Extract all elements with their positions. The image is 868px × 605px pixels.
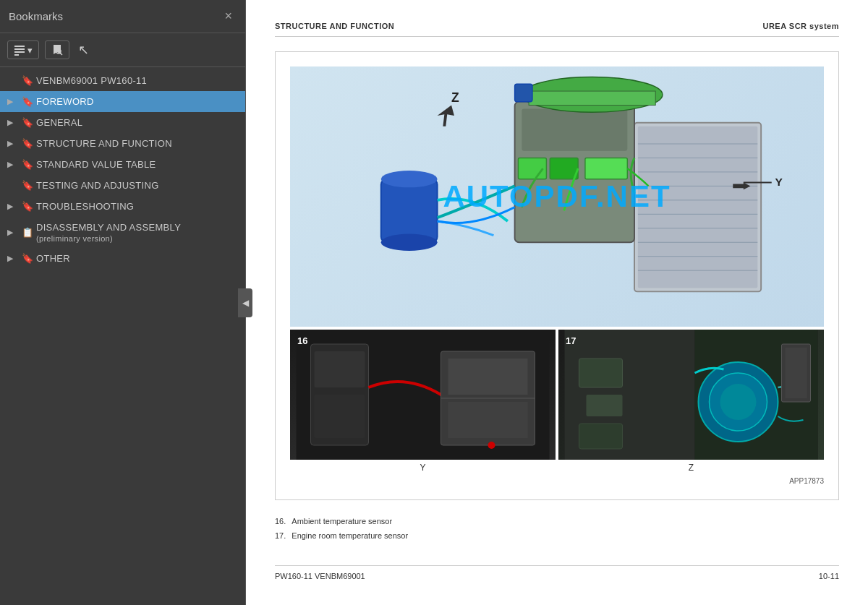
sidebar-item-standard[interactable]: ▶ 🔖 STANDARD VALUE TABLE xyxy=(0,154,245,175)
sidebar-item-general[interactable]: ▶ 🔖 GENERAL xyxy=(0,112,245,133)
svg-text:Z: Z xyxy=(451,90,459,105)
sidebar-item-foreword[interactable]: ▶ 🔖 FOREWORD xyxy=(0,91,245,112)
svg-rect-50 xyxy=(587,395,623,416)
expand-arrow: ▶ xyxy=(7,139,17,148)
svg-rect-36 xyxy=(315,351,365,387)
svg-rect-24 xyxy=(529,91,655,105)
expand-arrow: ▶ xyxy=(7,202,17,211)
svg-point-48 xyxy=(720,384,757,420)
page-footer: PW160-11 VENBM69001 10-11 xyxy=(275,565,839,580)
svg-point-28 xyxy=(381,234,438,251)
sidebar-item-label: VENBM69001 PW160-11 xyxy=(36,75,238,86)
svg-text:Y: Y xyxy=(775,176,783,188)
parts-list-item-17: 17. Engine room temperature sensor xyxy=(275,529,839,544)
expand-arrow: ▶ xyxy=(7,254,17,263)
page-content: STRUCTURE AND FUNCTION UREA SCR system A… xyxy=(246,0,868,605)
sub-image-z-num: 17 xyxy=(566,335,576,346)
svg-rect-37 xyxy=(315,395,365,438)
bookmark-search-button[interactable] xyxy=(45,40,69,59)
part-desc-16: Ambient temperature sensor xyxy=(292,515,392,529)
sidebar-items-list: 🔖 VENBM69001 PW160-11 ▶ 🔖 FOREWORD ▶ 🔖 G… xyxy=(0,67,245,605)
sidebar-item-label: FOREWORD xyxy=(36,96,238,107)
bookmark-icon: 🔖 xyxy=(22,75,32,86)
sidebar-title: Bookmarks xyxy=(9,10,63,22)
footer-page-num: 10-11 xyxy=(819,572,839,580)
svg-rect-21 xyxy=(550,158,578,179)
sidebar-item-label: STRUCTURE AND FUNCTION xyxy=(36,138,238,149)
bookmark-icon: 🔖 xyxy=(22,159,32,170)
svg-rect-2 xyxy=(14,51,25,53)
sidebar: Bookmarks × ▾ ↖ 🔖 VENBM69001 PW160-11 xyxy=(0,0,246,605)
sidebar-item-other[interactable]: ▶ 🔖 OTHER xyxy=(0,248,245,269)
bookmark-search-icon xyxy=(51,44,63,56)
no-arrow-spacer xyxy=(7,181,17,190)
main-diagram-container: AUTOPDF.NET xyxy=(275,51,839,500)
main-diagram-image: AUTOPDF.NET xyxy=(290,66,824,327)
header-system-title: UREA SCR system xyxy=(762,22,839,30)
sub-image-y: 16 xyxy=(290,330,556,460)
svg-point-27 xyxy=(381,171,438,187)
svg-rect-1 xyxy=(14,48,25,50)
bookmark-icon-special: 📋 xyxy=(22,227,32,238)
svg-rect-3 xyxy=(14,54,19,56)
svg-rect-53 xyxy=(786,348,807,398)
sub-image-y-svg xyxy=(290,330,556,460)
cursor-indicator: ↖ xyxy=(75,39,92,61)
bookmark-icon: 🔖 xyxy=(22,138,32,149)
watermark-text: AUTOPDF.NET xyxy=(443,179,671,214)
sidebar-item-disassembly[interactable]: ▶ 📋 DISASSEMBLY AND ASSEMBLY (preliminar… xyxy=(0,217,245,248)
sidebar-toolbar: ▾ ↖ xyxy=(0,33,245,67)
svg-rect-49 xyxy=(579,359,623,387)
list-icon xyxy=(14,44,25,56)
expand-arrow: ▶ xyxy=(7,160,17,169)
sub-images-row: 16 Y xyxy=(290,330,824,473)
sidebar-item-testing[interactable]: 🔖 TESTING AND ADJUSTING xyxy=(0,175,245,196)
close-button[interactable]: × xyxy=(220,7,237,25)
sub-image-y-container: 16 Y xyxy=(290,330,556,473)
svg-rect-25 xyxy=(515,84,532,101)
no-arrow-spacer xyxy=(7,77,17,85)
svg-marker-30 xyxy=(438,106,454,126)
bookmark-icon: 🔖 xyxy=(22,117,32,128)
svg-rect-51 xyxy=(579,424,623,449)
bookmark-icon: 🔖 xyxy=(22,180,32,191)
sidebar-item-troubleshooting[interactable]: ▶ 🔖 TROUBLESHOOTING xyxy=(0,196,245,217)
bookmark-icon: 🔖 xyxy=(22,253,32,264)
svg-rect-19 xyxy=(522,108,627,150)
part-num-17: 17. xyxy=(275,529,286,544)
bookmark-icon: 🔖 xyxy=(22,96,32,107)
page-header: STRUCTURE AND FUNCTION UREA SCR system xyxy=(275,22,839,37)
svg-rect-39 xyxy=(448,359,528,395)
expand-arrow: ▶ xyxy=(7,118,17,127)
sidebar-item-label: GENERAL xyxy=(36,117,238,128)
dropdown-arrow: ▾ xyxy=(27,45,33,56)
sub-image-y-num: 16 xyxy=(297,335,307,346)
svg-point-41 xyxy=(488,442,495,449)
expand-arrow: ▶ xyxy=(7,97,17,106)
svg-rect-0 xyxy=(14,46,25,47)
sidebar-item-structure[interactable]: ▶ 🔖 STRUCTURE AND FUNCTION xyxy=(0,133,245,154)
sub-image-z-label: Z xyxy=(558,463,824,473)
list-view-button[interactable]: ▾ xyxy=(7,40,39,59)
sidebar-item-label: TROUBLESHOOTING xyxy=(36,201,238,212)
svg-line-5 xyxy=(61,53,63,56)
svg-rect-40 xyxy=(448,402,528,438)
sub-image-z-svg xyxy=(558,330,824,460)
sidebar-header: Bookmarks × xyxy=(0,0,245,33)
footer-doc-id: PW160-11 VENBM69001 xyxy=(275,572,365,580)
parts-list: 16. Ambient temperature sensor 17. Engin… xyxy=(275,515,839,544)
sidebar-item-label: TESTING AND ADJUSTING xyxy=(36,180,238,191)
sidebar-collapse-handle[interactable]: ◀ xyxy=(238,288,252,317)
sidebar-item-label: DISASSEMBLY AND ASSEMBLY (preliminary ve… xyxy=(36,222,238,243)
sub-image-z-container: 17 Z xyxy=(558,330,824,473)
sidebar-item-label: STANDARD VALUE TABLE xyxy=(36,159,238,170)
sidebar-item-root[interactable]: 🔖 VENBM69001 PW160-11 xyxy=(0,70,245,91)
sub-image-y-inner xyxy=(290,330,556,460)
expand-arrow: ▶ xyxy=(7,228,17,237)
header-section-title: STRUCTURE AND FUNCTION xyxy=(275,22,394,30)
svg-rect-22 xyxy=(585,158,627,179)
bookmark-icon: 🔖 xyxy=(22,201,32,212)
sidebar-item-label: OTHER xyxy=(36,253,238,264)
parts-list-item-16: 16. Ambient temperature sensor xyxy=(275,515,839,529)
svg-rect-26 xyxy=(381,179,438,243)
